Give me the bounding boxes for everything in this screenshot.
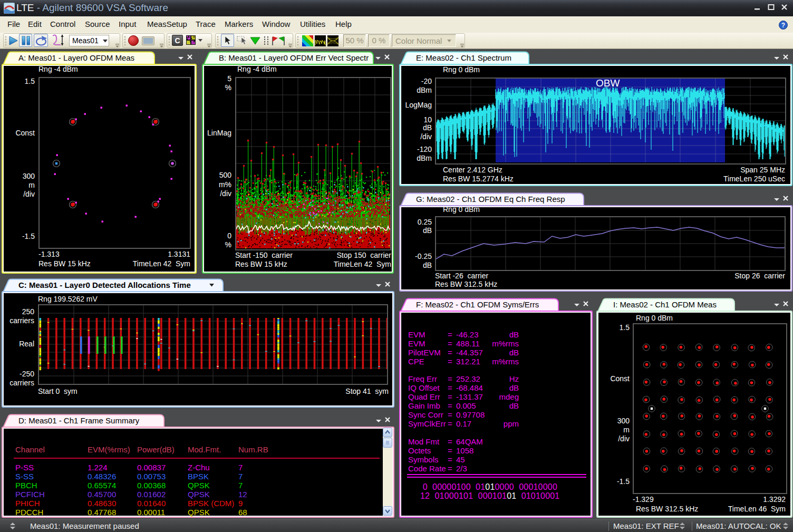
- svg-text:?: ?: [781, 22, 785, 29]
